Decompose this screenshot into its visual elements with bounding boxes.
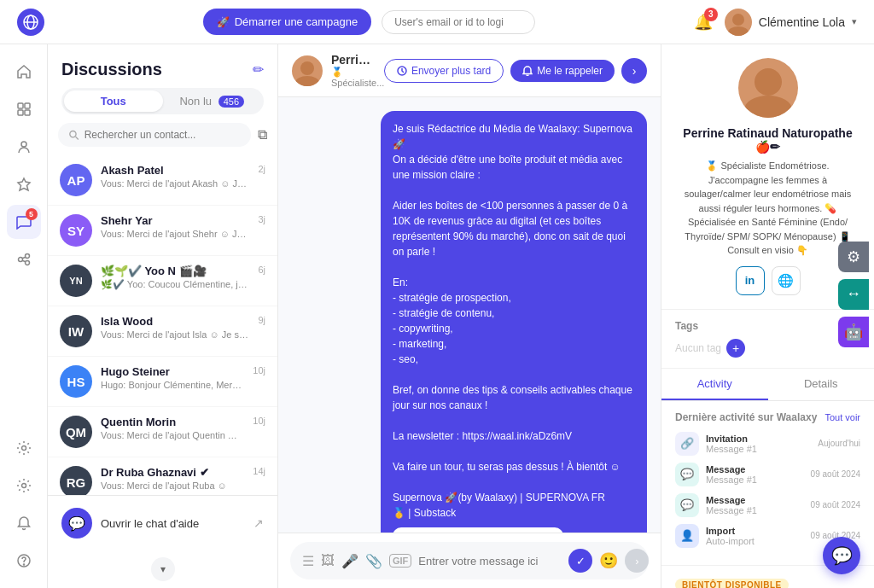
contact-time: 6j xyxy=(258,265,265,275)
header-search-input[interactable] xyxy=(382,10,535,34)
tout-voir-link[interactable]: Tout voir xyxy=(824,412,860,422)
help-chat-item[interactable]: 💬 Ouvrir le chat d'aide ↗ xyxy=(48,495,277,550)
activity-info: Invitation Message #1 xyxy=(706,434,811,454)
gif-icon[interactable]: GIF xyxy=(389,554,411,568)
chat-support-bubble[interactable]: 💬 xyxy=(823,537,860,574)
header-right: 🔔 3 Clémentine Lola ▾ xyxy=(694,9,857,36)
activity-icon-import: 👤 xyxy=(675,524,699,548)
nav-item-contacts[interactable] xyxy=(7,130,41,164)
nav-item-integrations[interactable] xyxy=(7,242,41,277)
floating-gray-button[interactable]: ⚙ xyxy=(838,242,869,272)
contact-name: 🌿🌱✔️ Yoo N 🎬🎥 xyxy=(101,265,249,277)
activity-subtype: Auto-import xyxy=(706,536,804,546)
nav-item-home[interactable] xyxy=(7,55,41,89)
header-left xyxy=(17,9,44,36)
message-row: Je suis Rédactrice du Média de Waalaxy: … xyxy=(292,111,647,533)
help-chat-icon: 💬 xyxy=(61,508,92,539)
campaign-button[interactable]: Démarrer une campagne xyxy=(203,9,372,35)
svg-point-22 xyxy=(295,76,319,86)
message-input[interactable] xyxy=(418,555,562,568)
activity-type: Message xyxy=(706,464,804,474)
text-format-icon[interactable]: ☰ xyxy=(302,553,314,569)
contact-info: Akash Patel Vous: Merci de l'ajout Akash… xyxy=(101,164,249,189)
tab-details[interactable]: Details xyxy=(768,369,875,400)
svg-line-13 xyxy=(22,257,26,259)
app-logo[interactable] xyxy=(17,9,44,36)
filter-tab-all[interactable]: Tous xyxy=(64,90,163,112)
image-icon[interactable]: 🖼 xyxy=(321,553,335,568)
chat-messages: Je suis Rédactrice du Média de Waalaxy: … xyxy=(278,97,661,533)
contact-name: Hugo Steiner xyxy=(101,365,244,378)
user-name: Clémentine Lola xyxy=(759,15,845,29)
list-item[interactable]: YN 🌿🌱✔️ Yoo N 🎬🎥 🌿✔️ Yoo: Coucou Clément… xyxy=(48,256,277,306)
list-item[interactable]: HS Hugo Steiner Hugo: Bonjour Clémentine… xyxy=(48,357,277,407)
next-button[interactable]: › xyxy=(621,58,647,84)
filter-tab-unread[interactable]: Non lu 456 xyxy=(163,90,262,112)
nav-item-campaigns[interactable] xyxy=(7,167,41,201)
tab-activity[interactable]: Activity xyxy=(661,369,768,400)
note-badge: BIENTÔT DISPONIBLE xyxy=(675,579,789,589)
globe-button[interactable]: 🌐 xyxy=(772,266,801,295)
main-content: 5 Discussions ✏ Tous xyxy=(0,44,874,588)
svg-rect-6 xyxy=(25,103,30,108)
filter-tabs: Tous Non lu 456 xyxy=(61,88,264,114)
nav-item-settings-top[interactable] xyxy=(7,431,41,465)
chat-header-info: Perrine Ratin... 🥇 Spécialiste... xyxy=(331,53,376,88)
activity-item: 🔗 Invitation Message #1 Aujourd'hui xyxy=(675,432,860,456)
search-icon xyxy=(68,129,79,141)
notification-badge: 3 xyxy=(704,8,718,21)
chat-send-icons: ✓ 🙂 › xyxy=(568,549,649,573)
notification-bell[interactable]: 🔔 3 xyxy=(694,13,713,32)
nav-item-settings-bottom[interactable] xyxy=(7,469,41,503)
avatar: HS xyxy=(60,365,92,398)
header-center: Démarrer une campagne xyxy=(203,9,536,35)
nav-item-bell[interactable] xyxy=(7,506,41,540)
activity-tabs: Activity Details xyxy=(661,369,874,401)
activity-date: Aujourd'hui xyxy=(818,439,860,448)
list-item[interactable]: RG Dr Ruba Ghaznavi ✔ Vous: Merci de l'a… xyxy=(48,457,277,495)
emoji-button[interactable]: 🙂 xyxy=(599,551,618,570)
chevron-down-icon: ▾ xyxy=(852,16,857,27)
attachment-icon[interactable]: 📎 xyxy=(365,553,382,569)
avatar: QM xyxy=(60,416,92,448)
svg-point-3 xyxy=(732,14,744,26)
profile-avatar xyxy=(738,58,798,118)
nav-item-dashboard[interactable] xyxy=(7,92,41,126)
external-link-icon: ↗ xyxy=(253,516,264,530)
contact-search-input[interactable] xyxy=(84,129,241,141)
messages-badge: 5 xyxy=(26,208,38,220)
activity-type: Import xyxy=(706,526,804,536)
svg-point-19 xyxy=(70,131,76,137)
nav-item-messages[interactable]: 5 xyxy=(7,205,41,239)
list-item[interactable]: AP Akash Patel Vous: Merci de l'ajout Ak… xyxy=(48,155,277,206)
svg-point-15 xyxy=(21,446,26,451)
discussions-header: Discussions ✏ xyxy=(48,44,277,88)
collapse-button[interactable]: ▾ xyxy=(48,550,277,588)
floating-teal-button[interactable]: ↔ xyxy=(838,279,869,310)
help-chat-label: Ouvrir le chat d'aide xyxy=(101,517,245,530)
no-tag-text: Aucun tag xyxy=(675,342,721,354)
user-profile[interactable]: Clémentine Lola ▾ xyxy=(725,9,857,36)
list-item[interactable]: SY Shehr Yar Vous: Merci de l'ajout Sheh… xyxy=(48,206,277,256)
linkedin-button[interactable]: in xyxy=(736,266,765,295)
svg-point-4 xyxy=(728,26,749,36)
svg-point-16 xyxy=(21,484,26,488)
add-tag-button[interactable]: + xyxy=(726,339,745,358)
contact-time: 10j xyxy=(253,416,265,426)
send-later-button[interactable]: Envoyer plus tard xyxy=(384,59,504,83)
list-item[interactable]: IW Isla Wood Vous: Merci de l'ajout Isla… xyxy=(48,306,277,357)
sidebar-nav: 5 xyxy=(0,44,48,588)
unread-badge: 456 xyxy=(218,96,244,108)
chat-input-row: ☰ 🖼 🎤 📎 GIF ✓ 🙂 › xyxy=(290,542,649,579)
list-item[interactable]: QM Quentin Morin Vous: Merci de l'ajout … xyxy=(48,407,277,457)
edit-icon[interactable]: ✏ xyxy=(253,61,264,78)
recall-button[interactable]: Me le rappeler xyxy=(510,60,615,82)
contact-time: 14j xyxy=(253,466,265,476)
nav-item-help[interactable] xyxy=(7,544,41,578)
floating-purple-button[interactable]: 🤖 xyxy=(838,317,869,347)
chat-input-icons: ☰ 🖼 🎤 📎 GIF xyxy=(302,553,411,569)
filter-icon[interactable]: ⧉ xyxy=(258,127,267,143)
send-check-button[interactable]: ✓ xyxy=(568,549,592,573)
send-arrow-button[interactable]: › xyxy=(625,549,649,573)
microphone-icon[interactable]: 🎤 xyxy=(341,553,358,569)
